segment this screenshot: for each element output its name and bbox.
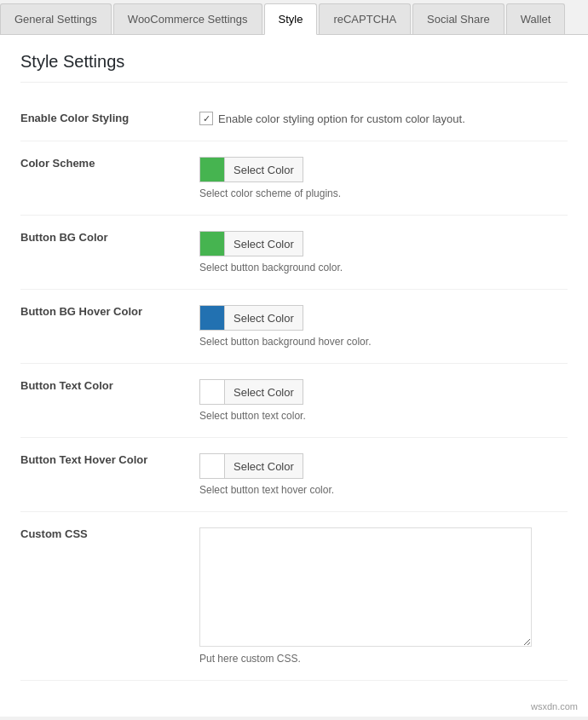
select-color-btn-button-text-hover-color[interactable]: Select Color <box>225 453 303 479</box>
label-button-bg-hover-color: Button BG Hover Color <box>20 290 191 364</box>
tab-general-settings[interactable]: General Settings <box>0 3 112 34</box>
color-picker-button-text-hover-color: Select Color <box>199 453 559 479</box>
color-swatch-button-bg-color[interactable] <box>199 231 225 256</box>
label-button-text-color: Button Text Color <box>20 364 191 438</box>
control-button-bg-color: Select Color Select button background co… <box>191 216 568 290</box>
watermark: wsxdn.com <box>527 700 581 713</box>
tab-woocommerce-settings[interactable]: WooCommerce Settings <box>113 3 262 34</box>
help-button-text-hover-color: Select button text hover color. <box>199 484 559 496</box>
color-swatch-button-text-hover-color[interactable] <box>199 453 225 479</box>
control-button-bg-hover-color: Select Color Select button background ho… <box>191 290 568 364</box>
help-color-scheme: Select color scheme of plugins. <box>199 187 559 199</box>
page-title: Style Settings <box>20 52 568 83</box>
control-custom-css: Put here custom CSS. <box>191 512 568 681</box>
color-picker-button-bg-hover-color: Select Color <box>199 305 559 331</box>
row-button-bg-hover-color: Button BG Hover Color Select Color Selec… <box>20 290 568 364</box>
help-button-bg-hover-color: Select button background hover color. <box>199 336 559 348</box>
control-color-scheme: Select Color Select color scheme of plug… <box>191 141 568 216</box>
label-button-text-hover-color: Button Text Hover Color <box>20 438 191 512</box>
color-picker-button-bg-color: Select Color <box>199 231 559 256</box>
row-enable-color-styling: Enable Color Styling Enable color stylin… <box>20 96 568 141</box>
select-color-btn-button-bg-hover-color[interactable]: Select Color <box>225 305 303 331</box>
tab-style[interactable]: Style <box>264 3 318 35</box>
color-swatch-color-scheme[interactable] <box>199 157 225 182</box>
help-button-bg-color: Select button background color. <box>199 262 559 274</box>
checkbox-row: Enable color styling option for custom c… <box>199 112 559 125</box>
label-custom-css: Custom CSS <box>20 512 191 681</box>
control-button-text-color: Select Color Select button text color. <box>191 364 568 438</box>
row-button-text-hover-color: Button Text Hover Color Select Color Sel… <box>20 438 568 512</box>
color-swatch-button-bg-hover-color[interactable] <box>199 305 225 331</box>
row-button-bg-color: Button BG Color Select Color Select butt… <box>20 216 568 290</box>
enable-color-styling-checkbox[interactable] <box>199 112 213 125</box>
select-color-btn-button-text-color[interactable]: Select Color <box>225 379 303 405</box>
tab-social-share[interactable]: Social Share <box>412 3 504 34</box>
color-swatch-button-text-color[interactable] <box>199 379 225 405</box>
label-button-bg-color: Button BG Color <box>20 216 191 290</box>
select-color-btn-button-bg-color[interactable]: Select Color <box>225 231 303 256</box>
help-custom-css: Put here custom CSS. <box>199 653 559 665</box>
settings-table: Enable Color Styling Enable color stylin… <box>20 96 568 681</box>
row-custom-css: Custom CSS Put here custom CSS. <box>20 512 568 681</box>
row-button-text-color: Button Text Color Select Color Select bu… <box>20 364 568 438</box>
control-enable-color-styling: Enable color styling option for custom c… <box>191 96 568 141</box>
select-color-btn-color-scheme[interactable]: Select Color <box>225 157 303 182</box>
row-color-scheme: Color Scheme Select Color Select color s… <box>20 141 568 216</box>
color-picker-color-scheme: Select Color <box>199 157 559 182</box>
label-enable-color-styling: Enable Color Styling <box>20 96 191 141</box>
color-picker-button-text-color: Select Color <box>199 379 559 405</box>
content-area: Style Settings Enable Color Styling Enab… <box>0 35 588 717</box>
tab-wallet[interactable]: Wallet <box>506 3 566 34</box>
control-button-text-hover-color: Select Color Select button text hover co… <box>191 438 568 512</box>
tab-recaptcha[interactable]: reCAPTCHA <box>319 3 411 34</box>
custom-css-textarea[interactable] <box>199 527 532 647</box>
enable-color-styling-label: Enable color styling option for custom c… <box>218 112 465 125</box>
label-color-scheme: Color Scheme <box>20 141 191 216</box>
help-button-text-color: Select button text color. <box>199 410 559 422</box>
tab-bar: General Settings WooCommerce Settings St… <box>0 0 588 35</box>
